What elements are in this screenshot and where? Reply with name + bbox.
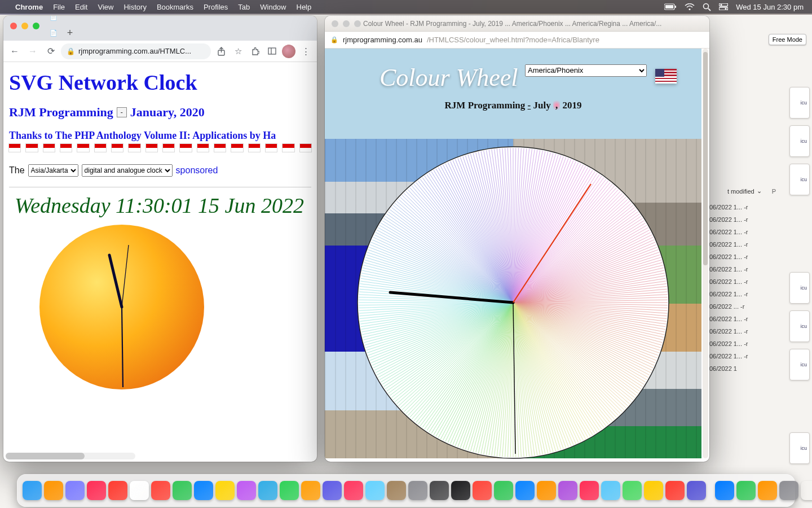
dock-app-icon[interactable] (365, 481, 385, 500)
bg-peek-card: icu (789, 349, 810, 380)
horizontal-scrollbar[interactable] (6, 453, 135, 459)
page-title: SVG Network Clock (9, 70, 311, 95)
address-path: /HTMLCSS/colour_wheel.html?mode=Africa/B… (427, 36, 599, 44)
new-tab-button[interactable]: + (62, 25, 78, 41)
app-menu[interactable]: Chrome (10, 3, 48, 11)
colour-wheel-tz-select[interactable]: America/Phoenix (525, 64, 647, 77)
dock-app-icon[interactable] (665, 481, 685, 500)
label-the: The (9, 165, 25, 176)
dock-app-icon[interactable] (108, 481, 127, 500)
indonesia-flag-icon (249, 144, 260, 152)
close-icon[interactable] (10, 23, 17, 29)
address-host: rjmprogramming.com.au (343, 36, 422, 44)
dock-app-icon[interactable] (601, 481, 620, 500)
dock-app-icon[interactable] (258, 481, 277, 500)
indonesia-flag-icon (283, 144, 294, 152)
dock-app-icon[interactable] (301, 481, 320, 500)
dock-app-icon[interactable] (779, 481, 798, 500)
window-title: Colour Wheel - RJM Programming - July, 2… (363, 20, 661, 28)
dock-app-icon[interactable] (65, 481, 85, 500)
dock-app-icon[interactable] (387, 481, 406, 500)
dock-app-icon[interactable] (715, 481, 734, 500)
omnibox[interactable]: 🔒 rjmprogramming.com.au/HTMLC... (61, 43, 211, 59)
pinned-tab[interactable]: 📄 (48, 16, 59, 25)
colour-wheel-subtitle: RJM Programming - July , 2019 (325, 100, 701, 111)
dock-app-icon[interactable] (494, 481, 513, 500)
minimize-icon[interactable] (21, 23, 28, 29)
menu-file[interactable]: File (48, 3, 70, 11)
back-button[interactable]: ← (7, 43, 23, 59)
dock-app-icon[interactable] (151, 481, 170, 500)
indonesia-flag-icon (129, 144, 140, 152)
menu-window[interactable]: Window (255, 3, 291, 11)
dock-app-icon[interactable] (451, 481, 470, 500)
dock-app-icon[interactable] (687, 481, 706, 500)
dock-app-icon[interactable] (515, 481, 535, 500)
dock-app-icon[interactable] (87, 481, 106, 500)
close-icon[interactable] (332, 20, 338, 27)
dock-app-icon[interactable] (430, 481, 449, 500)
safari-titlebar: Colour Wheel - RJM Programming - July, 2… (325, 16, 709, 32)
dock-app-icon[interactable] (580, 481, 599, 500)
menu-view[interactable]: View (92, 3, 118, 11)
extensions-icon[interactable] (247, 43, 263, 59)
safari-address-bar[interactable]: 🔒 rjmprogramming.com.au/HTMLCSS/colour_w… (325, 32, 709, 49)
minimize-icon[interactable] (343, 20, 350, 27)
dock-app-icon[interactable] (558, 481, 577, 500)
menu-tab[interactable]: Tab (233, 3, 255, 11)
dock-app-icon[interactable] (736, 481, 756, 500)
share-icon[interactable] (213, 43, 229, 59)
menubar-clock[interactable]: Wed 15 Jun 2:30 pm (732, 3, 807, 11)
pinned-tab[interactable]: 📄 (48, 25, 59, 41)
chrome-toolbar: ← → ⟳ 🔒 rjmprogramming.com.au/HTMLC... ☆… (3, 41, 317, 62)
dock-app-icon[interactable] (237, 481, 256, 500)
menu-edit[interactable]: Edit (70, 3, 92, 11)
menu-history[interactable]: History (118, 3, 151, 11)
dock-app-icon[interactable] (344, 481, 363, 500)
clock-mode-select[interactable]: digital and analogue clock (82, 164, 173, 177)
dock-app-icon[interactable] (215, 481, 235, 500)
dock-app-icon[interactable] (323, 481, 342, 500)
svg-rect-1 (665, 5, 673, 8)
reading-list-icon[interactable] (264, 43, 280, 59)
dock-app-icon[interactable] (44, 481, 63, 500)
chrome-menu-icon[interactable]: ⋮ (298, 43, 314, 59)
colour-wheel-svg (355, 144, 671, 461)
control-center-icon[interactable] (715, 3, 732, 10)
zoom-icon[interactable] (33, 23, 39, 29)
reload-button[interactable]: ⟳ (43, 43, 59, 59)
spotlight-icon[interactable] (699, 3, 715, 11)
menu-help[interactable]: Help (292, 3, 317, 11)
divider (9, 187, 311, 187)
lock-icon: 🔒 (67, 47, 75, 55)
dock-app-icon[interactable] (173, 481, 192, 500)
dock-app-icon[interactable] (280, 481, 299, 500)
menu-profiles[interactable]: Profiles (198, 3, 233, 11)
dock-app-icon[interactable] (23, 481, 42, 500)
indonesia-flag-icon (112, 144, 123, 152)
byline-toggle-button[interactable]: - (117, 107, 127, 117)
safari-window: Colour Wheel - RJM Programming - July, 2… (325, 16, 709, 462)
forward-button[interactable]: → (25, 43, 41, 59)
dock-app-icon[interactable] (473, 481, 492, 500)
dock-app-icon[interactable] (537, 481, 556, 500)
bookmark-icon[interactable]: ☆ (230, 43, 246, 59)
vertical-scrollbar[interactable] (703, 49, 708, 458)
menu-bookmarks[interactable]: Bookmarks (152, 3, 198, 11)
dock-app-icon[interactable] (130, 481, 149, 500)
battery-icon[interactable] (660, 3, 681, 10)
dock-app-icon[interactable] (801, 481, 812, 500)
wifi-icon[interactable] (681, 3, 699, 11)
dock-app-icon[interactable] (623, 481, 642, 500)
dock-app-icon[interactable] (758, 481, 777, 500)
dock-app-icon[interactable] (644, 481, 663, 500)
indonesia-flag-icon (163, 144, 174, 152)
bg-peek-card: icu (789, 272, 810, 304)
dock-app-icon[interactable] (194, 481, 213, 500)
timezone-select[interactable]: Asia/Jakarta (28, 164, 78, 177)
profile-avatar[interactable] (281, 43, 297, 59)
indonesia-flag-icon (214, 144, 226, 152)
dock-app-icon[interactable] (408, 481, 427, 500)
zoom-icon[interactable] (354, 20, 361, 27)
macos-menubar: Chrome FileEditViewHistoryBookmarksProfi… (0, 0, 812, 14)
